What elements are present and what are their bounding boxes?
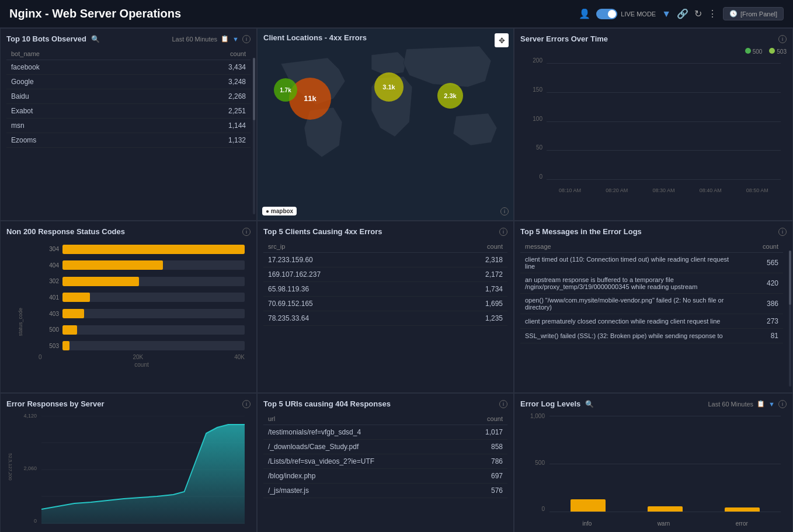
bot-name: Exabot — [6, 104, 149, 119]
share-icon[interactable]: 🔗 — [677, 8, 688, 19]
copy-icon-log[interactable]: 📋 — [757, 400, 765, 408]
uris-col-url: url — [263, 413, 461, 425]
messages-col-count: count — [745, 241, 783, 253]
client-ip: 65.98.119.36 — [263, 282, 434, 297]
client-count: 1,235 — [434, 311, 507, 326]
y-left-labels: 52,5,127,200 — [8, 453, 13, 481]
legend-503: 503 — [769, 48, 787, 55]
bots-time-range: Last 60 Minutes — [172, 36, 217, 43]
table-row: 17.233.159.602,318 — [263, 253, 507, 267]
top5messages-title: Top 5 Messages in the Error Logs — [520, 227, 642, 236]
panel-scrollbar[interactable] — [253, 58, 255, 214]
search-icon[interactable]: 🔍 — [91, 35, 100, 43]
uri-count: 786 — [461, 454, 507, 469]
legend-500: 500 — [745, 48, 763, 55]
bar-track — [62, 277, 245, 286]
top5clients-table: src_ip count 17.233.159.602,318169.107.1… — [263, 241, 507, 326]
bar-fill — [62, 309, 84, 318]
y-axis-labels: 200150100500 — [520, 57, 545, 180]
bar-fill — [62, 260, 163, 270]
client-ip: 17.233.159.60 — [263, 253, 434, 267]
live-mode-toggle[interactable]: LIVE MODE — [596, 9, 656, 19]
page-title: Nginx - Web Server Operations — [9, 7, 579, 20]
filter-icon-log[interactable]: ▼ — [768, 401, 775, 408]
info-icon[interactable]: i — [242, 35, 251, 43]
error-log-levels-header: Error Log Levels 🔍 Last 60 Minutes 📋 ▼ i — [520, 399, 787, 408]
more-icon[interactable]: ⋮ — [708, 8, 717, 19]
error-log-info[interactable]: i — [778, 400, 787, 408]
bar-track — [62, 260, 245, 270]
table-row: 78.235.33.641,235 — [263, 311, 507, 326]
server-errors-info[interactable]: i — [778, 35, 787, 43]
table-row: an upstream response is buffered to a te… — [520, 273, 783, 294]
bar-row: 304 — [39, 245, 245, 254]
refresh-icon[interactable]: ↻ — [694, 8, 702, 19]
top5clients-header: Top 5 Clients Causing 4xx Errors i — [263, 227, 507, 236]
toggle-track[interactable] — [596, 9, 617, 19]
non200-info[interactable]: i — [242, 228, 251, 236]
uri-url: /_js/master.js — [263, 484, 461, 498]
map-info-icon[interactable]: i — [500, 207, 509, 215]
error-responses-panel: Error Responses by Server i 4,1202,0600 … — [0, 393, 257, 532]
table-row: Baidu2,268 — [6, 89, 251, 104]
bar-row: 500 — [39, 325, 245, 335]
message-text: open() "/www/com.mysite/mobile-vendor.pn… — [520, 294, 745, 314]
table-row: 65.98.119.361,734 — [263, 282, 507, 297]
bar-track — [62, 245, 245, 254]
top5messages-info[interactable]: i — [778, 228, 787, 236]
client-ip: 169.107.162.237 — [263, 267, 434, 282]
top5clients-title: Top 5 Clients Causing 4xx Errors — [263, 227, 382, 236]
app-header: Nginx - Web Server Operations 👤 LIVE MOD… — [0, 0, 793, 28]
client-ip: 70.69.152.165 — [263, 297, 434, 311]
error-log-time-range: Last 60 Minutes — [708, 401, 753, 408]
copy-icon[interactable]: 📋 — [221, 35, 229, 43]
table-row: SSL_write() failed (SSL:) (32: Broken pi… — [520, 329, 783, 343]
messages-scrollbar[interactable] — [789, 251, 791, 387]
non200-panel: Non 200 Response Status Codes i status_c… — [0, 221, 257, 393]
top5clients-info[interactable]: i — [499, 228, 507, 236]
bar-row: 404 — [39, 260, 245, 270]
error-responses-chart: 4,1202,0600 52,5,127,200 — [6, 413, 251, 532]
message-text: client timed out (110: Connection timed … — [520, 253, 745, 273]
bar-fill — [62, 245, 245, 254]
search-icon-log[interactable]: 🔍 — [585, 400, 594, 408]
error-log-chart-area: 1,0005000 infowarnerror log_level — [520, 413, 787, 532]
table-row: client timed out (110: Connection timed … — [520, 253, 783, 273]
filter-icon[interactable]: ▼ — [232, 36, 239, 43]
error-responses-title: Error Responses by Server — [6, 399, 105, 408]
table-row: /blog/index.php697 — [263, 469, 507, 484]
bot-count: 2,268 — [149, 89, 251, 104]
log-bar-wrap — [648, 506, 683, 513]
bar-row: 401 — [39, 293, 245, 302]
mapbox-logo: ● mapbox — [262, 207, 297, 215]
bar-label: 503 — [39, 343, 59, 349]
server-errors-legend: 500 503 — [520, 48, 787, 55]
top5uris-info[interactable]: i — [499, 400, 507, 408]
x-axis-labels: 08:10 AM08:20 AM08:30 AM08:40 AM08:50 AM — [547, 180, 781, 200]
vert-bars-container — [547, 63, 781, 177]
top5messages-header: Top 5 Messages in the Error Logs i — [520, 227, 787, 236]
error-log-controls: Last 60 Minutes 📋 ▼ i — [708, 400, 787, 408]
svg-text:2.3k: 2.3k — [444, 92, 457, 99]
table-row: /testimonials/ref=vfgb_sdsd_41,017 — [263, 425, 507, 440]
filter-icon[interactable]: ▼ — [662, 9, 671, 19]
uri-count: 1,017 — [461, 425, 507, 440]
clock-icon: 🕓 — [729, 10, 738, 18]
log-x-label: error — [736, 520, 748, 527]
top5uris-panel: Top 5 URIs causing 404 Responses i url c… — [257, 393, 514, 532]
message-count: 81 — [745, 329, 783, 343]
log-x-label: info — [582, 520, 592, 527]
error-log-levels-title: Error Log Levels 🔍 — [520, 399, 594, 408]
from-panel-control[interactable]: 🕓 [From Panel] — [723, 7, 784, 20]
log-bar — [648, 506, 683, 513]
bar-label: 401 — [39, 294, 59, 301]
bar-track — [62, 325, 245, 335]
client-count: 1,695 — [434, 297, 507, 311]
expand-button[interactable]: ✥ — [495, 33, 509, 47]
error-responses-info[interactable]: i — [242, 400, 251, 408]
error-log-levels-panel: Error Log Levels 🔍 Last 60 Minutes 📋 ▼ i… — [514, 393, 793, 532]
log-bar — [725, 507, 760, 512]
user-icon[interactable]: 👤 — [579, 8, 590, 19]
error-log-y-axis: 1,0005000 — [520, 413, 547, 512]
error-responses-header: Error Responses by Server i — [6, 399, 251, 408]
